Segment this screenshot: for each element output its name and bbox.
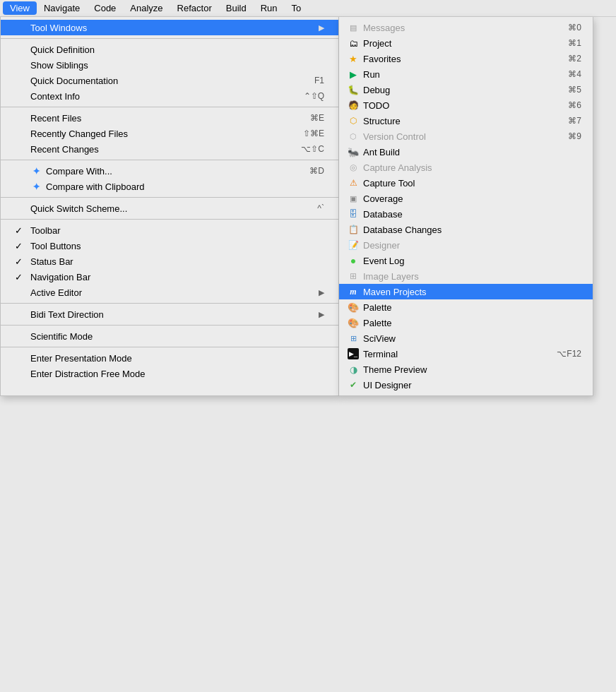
right-item-messages[interactable]: ▤ Messages ⌘0 xyxy=(339,20,593,35)
right-item-capture-analysis[interactable]: ◎ Capture Analysis xyxy=(339,160,593,175)
menu-item-scientific-mode[interactable]: Scientific Mode xyxy=(1,328,338,344)
ui-designer-icon: ✔ xyxy=(348,379,359,390)
right-item-terminal[interactable]: ▶_ Terminal ⌥F12 xyxy=(339,346,593,362)
palette2-icon: 🎨 xyxy=(348,317,359,328)
menu-item-toolbar[interactable]: ✓ Toolbar xyxy=(1,222,338,238)
right-item-version-control[interactable]: ⬡ Version Control ⌘9 xyxy=(339,129,593,144)
menu-to[interactable]: To xyxy=(285,1,309,15)
divider-4 xyxy=(1,197,338,198)
menu-item-compare-clipboard[interactable]: ✦ Compare with Clipboard xyxy=(1,179,338,194)
right-item-ant-build[interactable]: 🐜 Ant Build xyxy=(339,144,593,160)
menu-item-quick-documentation[interactable]: Quick Documentation F1 xyxy=(1,73,338,88)
event-log-icon: ● xyxy=(348,255,359,266)
menu-item-active-editor[interactable]: Active Editor ▶ xyxy=(1,285,338,300)
menu-item-navigation-bar[interactable]: ✓ Navigation Bar xyxy=(1,269,338,285)
debug-icon: 🐛 xyxy=(348,84,359,95)
divider-8 xyxy=(1,347,338,347)
dropdown-container: Tool Windows ▶ Quick Definition Show Sib… xyxy=(0,17,593,396)
menu-item-bidi-text[interactable]: Bidi Text Direction ▶ xyxy=(1,306,338,322)
menu-item-show-siblings[interactable]: Show Siblings xyxy=(1,57,338,73)
vcs-icon: ⬡ xyxy=(348,131,359,142)
menu-item-quick-switch[interactable]: Quick Switch Scheme... ^` xyxy=(1,201,338,216)
capture-tool-icon: ⚠ xyxy=(348,177,359,189)
right-item-debug[interactable]: 🐛 Debug ⌘5 xyxy=(339,82,593,97)
menu-item-tool-buttons[interactable]: ✓ Tool Buttons xyxy=(1,238,338,253)
image-layers-icon: ⊞ xyxy=(348,270,359,282)
menu-item-status-bar[interactable]: ✓ Status Bar xyxy=(1,253,338,269)
arrow-icon: ▶ xyxy=(319,23,324,32)
right-item-capture-tool[interactable]: ⚠ Capture Tool xyxy=(339,175,593,191)
divider-1 xyxy=(1,38,338,39)
database-icon: 🗄 xyxy=(348,208,359,220)
menu-view[interactable]: View xyxy=(3,1,37,15)
coverage-icon: ▣ xyxy=(348,193,359,204)
right-item-palette1[interactable]: 🎨 Palette xyxy=(339,299,593,315)
right-item-todo[interactable]: 🧑 TODO ⌘6 xyxy=(339,97,593,113)
right-item-favorites[interactable]: ★ Favorites ⌘2 xyxy=(339,51,593,66)
theme-preview-icon: ◑ xyxy=(348,364,359,375)
structure-icon: ⬡ xyxy=(348,115,359,126)
menu-navigate[interactable]: Navigate xyxy=(37,1,87,15)
right-item-theme-preview[interactable]: ◑ Theme Preview xyxy=(339,362,593,377)
menu-item-compare-with[interactable]: ✦ Compare With... ⌘D xyxy=(1,163,338,179)
tool-windows-label: Tool Windows xyxy=(30,23,87,33)
palette1-icon: 🎨 xyxy=(348,302,359,313)
todo-icon: 🧑 xyxy=(348,100,359,111)
right-item-database-changes[interactable]: 📋 Database Changes xyxy=(339,222,593,237)
sciview-icon: ⊞ xyxy=(348,333,359,344)
favorites-icon: ★ xyxy=(348,53,359,64)
menu-analyze[interactable]: Analyze xyxy=(123,1,170,15)
active-editor-arrow: ▶ xyxy=(319,288,324,297)
compare-clipboard-icon: ✦ xyxy=(30,181,42,192)
terminal-icon: ▶_ xyxy=(348,348,359,359)
right-item-ui-designer[interactable]: ✔ UI Designer xyxy=(339,377,593,393)
right-item-project[interactable]: 🗂 Project ⌘1 xyxy=(339,35,593,51)
messages-icon: ▤ xyxy=(348,22,359,33)
menubar: View Navigate Code Analyze Refactor Buil… xyxy=(0,0,616,17)
right-item-event-log[interactable]: ● Event Log xyxy=(339,253,593,268)
right-item-sciview[interactable]: ⊞ SciView xyxy=(339,330,593,346)
right-item-maven-projects[interactable]: m Maven Projects xyxy=(339,284,593,299)
capture-analysis-icon: ◎ xyxy=(348,162,359,173)
menu-item-quick-definition[interactable]: Quick Definition xyxy=(1,42,338,57)
designer-icon: 📝 xyxy=(348,239,359,251)
menu-item-enter-distraction[interactable]: Enter Distraction Free Mode xyxy=(1,366,338,381)
run-icon: ▶ xyxy=(348,68,359,80)
right-item-palette2[interactable]: 🎨 Palette xyxy=(339,315,593,330)
right-item-run[interactable]: ▶ Run ⌘4 xyxy=(339,66,593,82)
menu-item-tool-windows[interactable]: Tool Windows ▶ xyxy=(1,20,338,35)
menu-item-recently-changed[interactable]: Recently Changed Files ⇧⌘E xyxy=(1,126,338,141)
menu-code[interactable]: Code xyxy=(87,1,123,15)
divider-7 xyxy=(1,325,338,326)
menu-item-recent-files[interactable]: Recent Files ⌘E xyxy=(1,110,338,126)
right-item-designer[interactable]: 📝 Designer xyxy=(339,237,593,253)
ant-icon: 🐜 xyxy=(348,146,359,157)
project-icon: 🗂 xyxy=(348,37,359,49)
right-menu-panel: ▤ Messages ⌘0 🗂 Project ⌘1 ★ Favorites ⌘… xyxy=(339,17,593,396)
right-item-database[interactable]: 🗄 Database xyxy=(339,206,593,222)
maven-icon: m xyxy=(348,286,359,297)
left-menu-panel: Tool Windows ▶ Quick Definition Show Sib… xyxy=(0,17,339,396)
divider-2 xyxy=(1,107,338,107)
right-item-structure[interactable]: ⬡ Structure ⌘7 xyxy=(339,113,593,129)
menu-item-context-info[interactable]: Context Info ⌃⇧Q xyxy=(1,88,338,104)
right-item-coverage[interactable]: ▣ Coverage xyxy=(339,191,593,206)
menu-run[interactable]: Run xyxy=(254,1,285,15)
bidi-arrow: ▶ xyxy=(319,310,324,319)
menu-build[interactable]: Build xyxy=(219,1,254,15)
compare-icon: ✦ xyxy=(30,165,42,177)
divider-5 xyxy=(1,219,338,220)
menu-item-enter-presentation[interactable]: Enter Presentation Mode xyxy=(1,350,338,366)
right-item-image-layers[interactable]: ⊞ Image Layers xyxy=(339,268,593,284)
divider-3 xyxy=(1,160,338,160)
divider-6 xyxy=(1,303,338,304)
menu-item-recent-changes[interactable]: Recent Changes ⌥⇧C xyxy=(1,141,338,157)
db-changes-icon: 📋 xyxy=(348,224,359,235)
menu-refactor[interactable]: Refactor xyxy=(170,1,219,15)
